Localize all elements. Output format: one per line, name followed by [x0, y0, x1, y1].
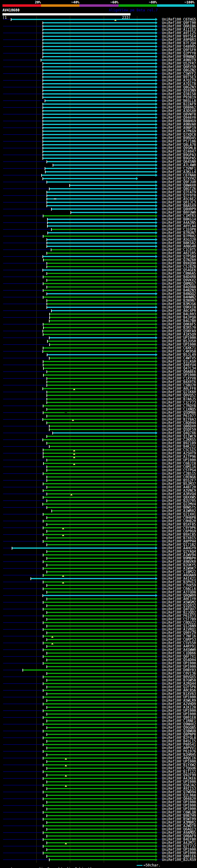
hit-bar: [47, 849, 156, 850]
hit-arrow-icon: [156, 130, 158, 133]
hit-bar: [43, 737, 156, 738]
subject-overhang-left: [3, 87, 42, 88]
subject-overhang-left: [3, 141, 42, 142]
hit-arrow-icon: [156, 208, 158, 211]
hit-bar: [47, 500, 156, 501]
hit-bar: [47, 202, 156, 203]
hit-bar: [45, 171, 156, 173]
hit-bar: [43, 561, 156, 562]
hit-arrow-icon: [156, 346, 158, 349]
hit-bar: [43, 66, 156, 67]
hit-arrow-icon: [156, 489, 158, 492]
subject-overhang-left: [3, 385, 46, 385]
hit-bar: [43, 351, 156, 352]
hit-arrow-icon: [156, 350, 158, 353]
hit-bar: [43, 22, 156, 23]
hit-arrow-icon: [156, 706, 158, 709]
hit-arrow-icon: [156, 313, 158, 316]
hit-bar: [43, 361, 156, 362]
hit-arrow-icon: [156, 702, 158, 706]
subject-overhang-left: [3, 812, 42, 813]
query-ruler: [2, 13, 131, 16]
hit-bar: [43, 256, 156, 257]
subject-overhang-right: [158, 66, 162, 67]
hit-arrow-icon: [156, 709, 158, 712]
identity-scale-segment: [41, 4, 79, 7]
hit-bar: [12, 548, 156, 549]
hit-arrow-icon: [156, 62, 158, 65]
subject-overhang-left: [3, 670, 22, 670]
hit-arrow-icon: [156, 394, 158, 397]
hit-arrow-icon: [156, 730, 158, 733]
hit-bar: [43, 178, 136, 179]
hit-arrow-icon: [156, 533, 158, 536]
subject-overhang-left: [3, 568, 42, 569]
hit-bar: [47, 639, 156, 640]
subject-overhang-left: [3, 405, 42, 406]
hit-bar: [50, 313, 156, 315]
hit-bar: [43, 852, 156, 854]
legend: Large gaps: ▲(in Query)/- (in Subject): [2, 863, 92, 868]
hit-arrow-icon: [156, 116, 158, 119]
subject-overhang-left: [3, 690, 42, 691]
query-gap-legend-icon: ▲: [37, 867, 39, 868]
hit-bar: [43, 127, 156, 128]
hit-arrow-icon: [156, 102, 158, 105]
subject-overhang-left: [3, 229, 51, 230]
hit-arrow-icon: [156, 79, 158, 82]
hit-arrow-icon: [156, 18, 158, 21]
hit-arrow-icon: [156, 756, 158, 760]
hit-bar: [47, 666, 156, 667]
subject-overhang-left: [3, 66, 42, 67]
hit-bar: [52, 209, 156, 210]
hit-arrow-icon: [156, 140, 158, 143]
hit-bar: [43, 114, 156, 115]
subject-overhang-left: [3, 168, 44, 169]
subject-overhang-right: [158, 839, 162, 840]
hit-arrow-icon: [156, 377, 158, 380]
hit-bar: [43, 568, 156, 569]
subject-overhang-right: [158, 846, 162, 846]
subject-overhang-left: [3, 446, 48, 447]
hit-bar: [43, 270, 156, 271]
hit-arrow-icon: [156, 530, 158, 533]
subject-overhang-left: [3, 859, 48, 860]
hit-bar: [43, 151, 156, 152]
hit-bar: [52, 229, 156, 230]
subject-overhang-left: [3, 378, 46, 379]
hit-arrow-icon: [156, 540, 158, 543]
hit-arrow-icon: [156, 699, 158, 702]
hit-arrow-icon: [156, 82, 158, 85]
subject-overhang-left: [3, 283, 42, 284]
hit-arrow-icon: [156, 38, 158, 41]
hit-bar: [47, 835, 156, 837]
subject-overhang-left: [3, 317, 49, 318]
hit-arrow-icon: [156, 373, 158, 377]
hit-arrow-icon: [156, 790, 158, 794]
hit-bar: [43, 70, 156, 71]
subject-overhang-left: [3, 758, 42, 758]
hit-bar: [53, 432, 156, 434]
hit-bar: [47, 720, 156, 721]
subject-overhang-left: [3, 60, 40, 60]
hit-arrow-icon: [156, 170, 158, 173]
hit-arrow-icon: [156, 279, 158, 282]
hit-bar: [43, 839, 156, 840]
hit-bar: [43, 80, 156, 81]
subject-overhang-left: [3, 277, 42, 277]
subject-overhang-left: [3, 744, 42, 745]
hit-bar: [43, 642, 156, 644]
hit-bar: [47, 191, 156, 193]
hit-arrow-icon: [156, 797, 158, 800]
hit-arrow-icon: [156, 760, 158, 763]
hit-bar: [43, 744, 156, 745]
hit-arrow-icon: [156, 672, 158, 675]
hit-bar: [43, 649, 156, 650]
subject-overhang-right: [158, 195, 162, 196]
hit-arrow-icon: [156, 459, 158, 462]
subject-overhang-left: [3, 412, 42, 413]
hit-bar: [47, 734, 156, 735]
hit-arrow-icon: [156, 106, 158, 109]
hit-bar: [47, 262, 156, 264]
hit-bar: [43, 276, 156, 277]
